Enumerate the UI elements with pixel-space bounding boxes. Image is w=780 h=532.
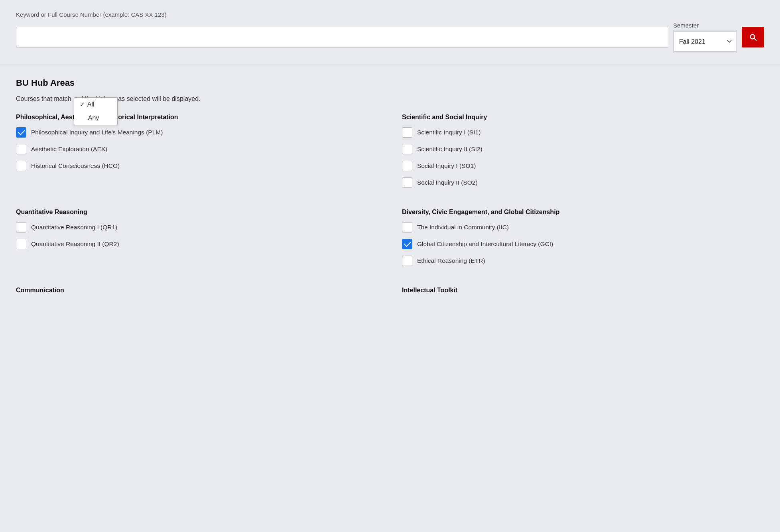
match-prefix: Courses that match [16,95,71,102]
checkbox-so2-label: Social Inquiry II (SO2) [417,179,478,186]
checkbox-si2-box[interactable] [402,144,412,154]
hub-categories-grid: Philosophical, Aesthetic, and Historical… [16,114,764,300]
match-all-label: All [87,101,95,108]
checkbox-so1-label: Social Inquiry I (SO1) [417,162,476,169]
match-option-all[interactable]: ✓ All [74,98,117,111]
checkbox-plm-label: Philosophical Inquiry and Life's Meaning… [31,129,163,136]
checkbox-aex-box[interactable] [16,144,26,154]
category-toolkit: Intellectual Toolkit [402,287,764,300]
category-comm-title: Communication [16,287,378,294]
checkbox-qr2-box[interactable] [16,239,26,249]
search-icon [748,33,757,41]
all-checkmark: ✓ [80,101,85,108]
category-toolkit-title: Intellectual Toolkit [402,287,764,294]
match-dropdown-menu: ✓ All Any [74,97,118,125]
checkbox-iic-box[interactable] [402,222,412,233]
search-button[interactable] [742,27,764,47]
checkbox-hco-label: Historical Consciousness (HCO) [31,162,120,169]
checkbox-si1: Scientific Inquiry I (SI1) [402,127,764,138]
checkbox-gci: Global Citizenship and Intercultural Lit… [402,239,764,249]
checkbox-qr1-label: Quantitative Reasoning I (QR1) [31,224,117,231]
category-sci-title: Scientific and Social Inquiry [402,114,764,121]
semester-label: Semester [673,22,699,29]
hub-section: BU Hub Areas Courses that match ✓ All An… [0,65,780,316]
match-option-any[interactable]: Any [74,111,117,125]
checkbox-si1-box[interactable] [402,127,412,138]
checkbox-so2: Social Inquiry II (SO2) [402,177,764,188]
checkbox-si2-label: Scientific Inquiry II (SI2) [417,146,483,153]
category-philo: Philosophical, Aesthetic, and Historical… [16,114,378,194]
checkbox-aex: Aesthetic Exploration (AEX) [16,144,378,154]
category-diversity-title: Diversity, Civic Engagement, and Global … [402,209,764,216]
checkbox-iic-label: The Individual in Community (IIC) [417,224,509,231]
checkbox-qr2: Quantitative Reasoning II (QR2) [16,239,378,249]
checkbox-so2-box[interactable] [402,177,412,188]
checkbox-gci-box[interactable] [402,239,412,249]
checkbox-etr-label: Ethical Reasoning (ETR) [417,257,485,264]
semester-wrapper: Semester Fall 2021 Spring 2022 Summer 20… [673,22,737,52]
category-quant-title: Quantitative Reasoning [16,209,378,216]
checkbox-si2: Scientific Inquiry II (SI2) [402,144,764,154]
checkbox-iic: The Individual in Community (IIC) [402,222,764,233]
hub-title: BU Hub Areas [16,78,764,88]
checkbox-si1-label: Scientific Inquiry I (SI1) [417,129,481,136]
match-row: Courses that match ✓ All Any of the Hub … [16,95,764,102]
checkbox-hco: Historical Consciousness (HCO) [16,161,378,171]
checkbox-so1-box[interactable] [402,161,412,171]
semester-select[interactable]: Fall 2021 Spring 2022 Summer 2022 [673,31,737,52]
category-sci: Scientific and Social Inquiry Scientific… [402,114,764,194]
checkbox-plm: Philosophical Inquiry and Life's Meaning… [16,127,378,138]
search-row: Semester Fall 2021 Spring 2022 Summer 20… [16,22,764,52]
checkbox-qr1: Quantitative Reasoning I (QR1) [16,222,378,233]
match-any-label: Any [88,114,99,122]
checkbox-etr: Ethical Reasoning (ETR) [402,256,764,266]
search-label: Keyword or Full Course Number (example: … [16,11,764,18]
category-comm: Communication [16,287,378,300]
checkbox-plm-box[interactable] [16,127,26,138]
category-quant: Quantitative Reasoning Quantitative Reas… [16,209,378,272]
keyword-search-input[interactable] [16,27,668,47]
checkbox-so1: Social Inquiry I (SO1) [402,161,764,171]
category-diversity: Diversity, Civic Engagement, and Global … [402,209,764,272]
checkbox-gci-label: Global Citizenship and Intercultural Lit… [417,240,553,248]
category-philo-title: Philosophical, Aesthetic, and Historical… [16,114,378,121]
search-section: Keyword or Full Course Number (example: … [0,0,780,65]
checkbox-aex-label: Aesthetic Exploration (AEX) [31,146,107,153]
checkbox-hco-box[interactable] [16,161,26,171]
checkbox-qr1-box[interactable] [16,222,26,233]
checkbox-etr-box[interactable] [402,256,412,266]
checkbox-qr2-label: Quantitative Reasoning II (QR2) [31,240,119,248]
